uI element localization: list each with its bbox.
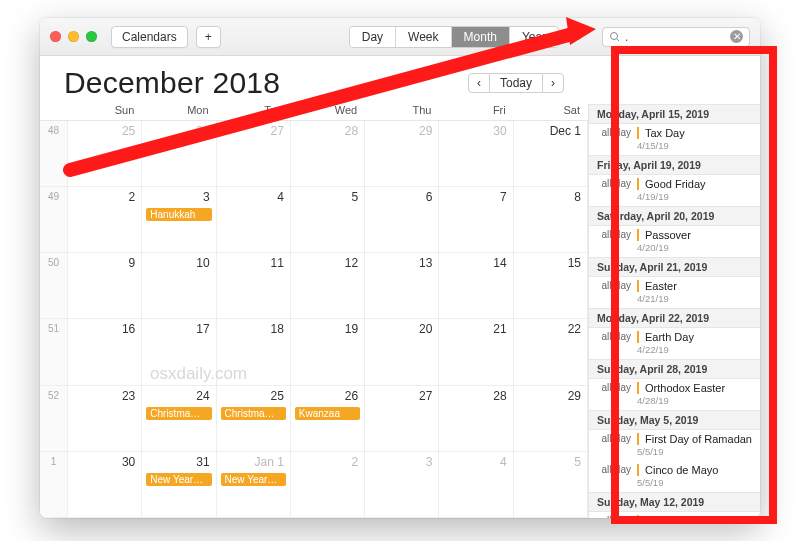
day-cell[interactable]: 16 [68,319,142,385]
clear-search-icon[interactable]: ✕ [730,30,743,43]
day-number: 10 [196,256,209,270]
result-event[interactable]: all-dayMother's Day [589,512,760,518]
view-day[interactable]: Day [350,27,396,47]
day-cell[interactable]: 8 [514,187,588,253]
month-nav: ‹ Today › [468,73,564,93]
calendar-grid[interactable]: 48252627282930Dec 14923Hanukkah456785091… [40,120,588,518]
event-color-bar [637,382,639,394]
minimize-icon[interactable] [68,31,79,42]
view-segment: Day Week Month Year [349,26,559,48]
day-cell[interactable]: 28 [291,121,365,187]
dow-tue: Tue [217,104,291,116]
day-number: 9 [129,256,136,270]
day-number: 3 [203,190,210,204]
day-cell[interactable]: 22 [514,319,588,385]
day-cell[interactable]: 4 [439,452,513,518]
day-number: 4 [500,455,507,469]
day-cell[interactable]: 14 [439,253,513,319]
day-cell[interactable]: 10 [142,253,216,319]
view-month[interactable]: Month [452,27,510,47]
day-cell[interactable]: 15 [514,253,588,319]
day-cell[interactable]: 12 [291,253,365,319]
result-event[interactable]: all-dayTax Day [589,124,760,140]
prev-button[interactable]: ‹ [468,73,490,93]
result-event[interactable]: all-dayEarth Day [589,328,760,344]
day-cell[interactable]: 3Hanukkah [142,187,216,253]
zoom-icon[interactable] [86,31,97,42]
day-cell[interactable]: 9 [68,253,142,319]
view-week[interactable]: Week [396,27,451,47]
day-cell[interactable]: 28 [439,386,513,452]
event-color-bar [637,433,639,445]
day-cell[interactable]: 11 [217,253,291,319]
event-chip[interactable]: New Year… [221,473,286,486]
day-cell[interactable]: 25 [68,121,142,187]
day-cell[interactable]: 4 [217,187,291,253]
day-number: 5 [351,190,358,204]
day-cell[interactable]: 2 [291,452,365,518]
calendars-button[interactable]: Calendars [111,26,188,48]
day-cell[interactable]: 21 [439,319,513,385]
day-cell[interactable]: 19 [291,319,365,385]
search-results[interactable]: Monday, April 15, 2019all-dayTax Day4/15… [588,104,760,518]
result-event[interactable]: all-dayGood Friday [589,175,760,191]
year-label: 2018 [213,66,281,99]
day-number: 28 [345,124,358,138]
day-cell[interactable]: Dec 1 [514,121,588,187]
view-year[interactable]: Year [510,27,558,47]
day-cell[interactable]: 30 [439,121,513,187]
result-event-name: Passover [645,229,691,241]
day-cell[interactable]: 30 [68,452,142,518]
search-icon [609,31,621,43]
result-event-date: 4/19/19 [589,191,760,206]
result-event-name: First Day of Ramadan [645,433,752,445]
day-cell[interactable]: 20 [365,319,439,385]
day-cell[interactable]: 3 [365,452,439,518]
search-field[interactable]: . ✕ [602,27,750,47]
result-event-date: 4/28/19 [589,395,760,410]
add-button[interactable]: + [196,26,221,48]
day-cell[interactable]: 29 [365,121,439,187]
svg-line-1 [617,38,620,41]
result-event[interactable]: all-dayFirst Day of Ramadan [589,430,760,446]
day-cell[interactable]: 24Christma… [142,386,216,452]
day-cell[interactable]: 2 [68,187,142,253]
day-number: 27 [270,124,283,138]
calendar-window: Calendars + Day Week Month Year . ✕ Dece… [40,18,760,518]
event-chip[interactable]: Hanukkah [146,208,211,221]
day-number: 25 [270,389,283,403]
result-event[interactable]: all-dayOrthodox Easter [589,379,760,395]
next-button[interactable]: › [542,73,564,93]
event-color-bar [637,280,639,292]
event-chip[interactable]: Christma… [146,407,211,420]
day-cell[interactable]: 26Kwanzaa [291,386,365,452]
day-cell[interactable]: 17 [142,319,216,385]
result-event[interactable]: all-dayPassover [589,226,760,242]
event-chip[interactable]: Kwanzaa [295,407,360,420]
close-icon[interactable] [50,31,61,42]
day-cell[interactable]: 5 [291,187,365,253]
day-cell[interactable]: 31New Year… [142,452,216,518]
event-chip[interactable]: New Year… [146,473,211,486]
day-cell[interactable]: Jan 1New Year… [217,452,291,518]
result-time: all-day [597,229,631,240]
day-cell[interactable]: 7 [439,187,513,253]
result-event[interactable]: all-dayEaster [589,277,760,293]
day-cell[interactable]: 23 [68,386,142,452]
dow-fri: Fri [439,104,513,116]
result-event-date: 4/22/19 [589,344,760,359]
day-cell[interactable]: 27 [365,386,439,452]
day-cell[interactable]: 13 [365,253,439,319]
day-cell[interactable]: 5 [514,452,588,518]
day-cell[interactable]: 26 [142,121,216,187]
result-event[interactable]: all-dayCinco de Mayo [589,461,760,477]
day-cell[interactable]: 27 [217,121,291,187]
event-chip[interactable]: Christma… [221,407,286,420]
day-cell[interactable]: 29 [514,386,588,452]
day-cell[interactable]: 25Christma… [217,386,291,452]
day-cell[interactable]: 6 [365,187,439,253]
day-number: 18 [270,322,283,336]
day-cell[interactable]: 18 [217,319,291,385]
today-button[interactable]: Today [490,73,542,93]
dow-sun: Sun [68,104,142,116]
